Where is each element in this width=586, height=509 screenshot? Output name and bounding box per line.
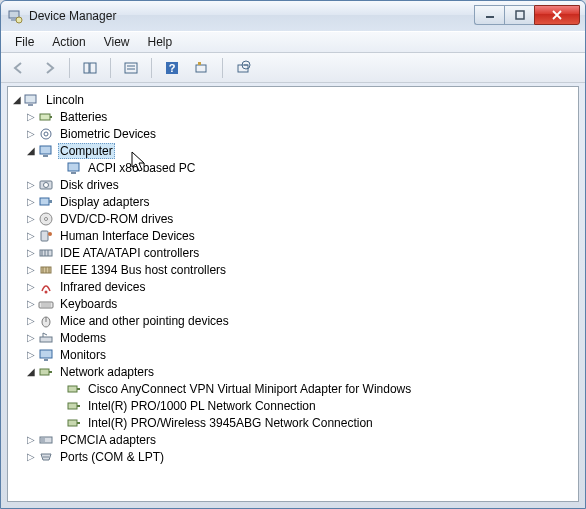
menu-view[interactable]: View [96,33,138,51]
tree-label: Infrared devices [58,279,147,295]
svg-point-20 [41,129,51,139]
collapse-arrow-icon[interactable]: ▷ [24,349,38,360]
svg-rect-52 [49,371,52,373]
window-controls [474,5,580,25]
tree-item-hid[interactable]: ▷ Human Interface Devices [10,227,576,244]
svg-rect-23 [43,155,48,157]
tree-item-display[interactable]: ▷ Display adapters [10,193,576,210]
collapse-arrow-icon[interactable]: ▷ [24,451,38,462]
svg-point-62 [45,456,47,458]
ports-icon [38,449,54,465]
help-button[interactable]: ? [160,56,184,80]
toolbar: ? [1,53,585,83]
close-button[interactable] [534,5,580,25]
tree-item-computer[interactable]: ◢ Computer [10,142,576,159]
svg-rect-24 [68,163,79,171]
tree-item-network[interactable]: ◢ Network adapters [10,363,576,380]
titlebar[interactable]: Device Manager [1,1,585,31]
menu-help[interactable]: Help [140,33,181,51]
svg-point-31 [45,217,48,220]
back-button[interactable] [7,56,31,80]
tree-label: DVD/CD-ROM drives [58,211,175,227]
tree-item-keyboards[interactable]: ▷ Keyboards [10,295,576,312]
show-hide-tree-button[interactable] [78,56,102,80]
pcmcia-icon [38,432,54,448]
tree-item-infrared[interactable]: ▷ Infrared devices [10,278,576,295]
expand-arrow-icon[interactable]: ◢ [10,94,24,105]
scan-hardware-button[interactable] [190,56,214,80]
svg-rect-54 [77,388,80,390]
computer-icon [66,160,82,176]
expand-arrow-icon[interactable]: ◢ [24,145,38,156]
tree-item-dvd[interactable]: ▷ DVD/CD-ROM drives [10,210,576,227]
tree-item-mice[interactable]: ▷ Mice and other pointing devices [10,312,576,329]
tree-root[interactable]: ◢ Lincoln [10,91,576,108]
svg-rect-32 [41,231,48,241]
app-icon [7,8,23,24]
collapse-arrow-icon[interactable]: ▷ [24,315,38,326]
collapse-arrow-icon[interactable]: ▷ [24,298,38,309]
collapse-arrow-icon[interactable]: ▷ [24,332,38,343]
tree-item-pcmcia[interactable]: ▷ PCMCIA adapters [10,431,576,448]
svg-rect-29 [49,200,52,203]
tree-label: ACPI x86-based PC [86,160,197,176]
svg-rect-43 [39,302,53,308]
device-manager-window: Device Manager File Action View Help ? ◢ [0,0,586,509]
collapse-arrow-icon[interactable]: ▷ [24,230,38,241]
properties-button[interactable] [119,56,143,80]
svg-rect-53 [68,386,77,392]
tree-item-intel-pro1000[interactable]: ▷ Intel(R) PRO/1000 PL Network Connectio… [10,397,576,414]
uninstall-button[interactable] [231,56,255,80]
svg-rect-60 [41,438,45,442]
collapse-arrow-icon[interactable]: ▷ [24,179,38,190]
tree-item-cisco-vpn[interactable]: ▷ Cisco AnyConnect VPN Virtual Miniport … [10,380,576,397]
collapse-arrow-icon[interactable]: ▷ [24,264,38,275]
menu-file[interactable]: File [7,33,42,51]
tree-label: Modems [58,330,108,346]
collapse-arrow-icon[interactable]: ▷ [24,247,38,258]
maximize-button[interactable] [504,5,534,25]
tree-label: Disk drives [58,177,121,193]
svg-rect-3 [486,16,494,18]
mouse-icon [38,313,54,329]
menu-action[interactable]: Action [44,33,93,51]
content-area: ◢ Lincoln ▷ Batteries ▷ Biometric Device… [7,86,579,502]
tree-item-biometric[interactable]: ▷ Biometric Devices [10,125,576,142]
svg-rect-12 [196,65,206,72]
expand-arrow-icon[interactable]: ◢ [24,366,38,377]
tree-item-ports[interactable]: ▷ Ports (COM & LPT) [10,448,576,465]
tree-label: Keyboards [58,296,119,312]
minimize-button[interactable] [474,5,504,25]
keyboard-icon [38,296,54,312]
tree-item-ieee1394[interactable]: ▷ IEEE 1394 Bus host controllers [10,261,576,278]
svg-rect-18 [40,114,50,120]
tree-item-monitors[interactable]: ▷ Monitors [10,346,576,363]
svg-rect-19 [50,116,52,118]
svg-rect-16 [25,95,36,103]
tree-item-disk[interactable]: ▷ Disk drives [10,176,576,193]
svg-rect-17 [28,104,33,106]
battery-icon [38,109,54,125]
biometric-icon [38,126,54,142]
collapse-arrow-icon[interactable]: ▷ [24,111,38,122]
tree-label: Batteries [58,109,109,125]
device-tree[interactable]: ◢ Lincoln ▷ Batteries ▷ Biometric Device… [8,87,578,501]
svg-rect-50 [44,359,48,361]
tree-item-batteries[interactable]: ▷ Batteries [10,108,576,125]
menubar: File Action View Help [1,31,585,53]
collapse-arrow-icon[interactable]: ▷ [24,281,38,292]
tree-item-ide[interactable]: ▷ IDE ATA/ATAPI controllers [10,244,576,261]
collapse-arrow-icon[interactable]: ▷ [24,434,38,445]
svg-rect-5 [84,63,89,73]
tree-item-modems[interactable]: ▷ Modems [10,329,576,346]
infrared-icon [38,279,54,295]
collapse-arrow-icon[interactable]: ▷ [24,196,38,207]
collapse-arrow-icon[interactable]: ▷ [24,213,38,224]
svg-rect-51 [40,369,49,375]
svg-rect-13 [198,62,201,65]
tree-item-acpi-pc[interactable]: ▷ ACPI x86-based PC [10,159,576,176]
network-adapter-icon [66,398,82,414]
forward-button[interactable] [37,56,61,80]
collapse-arrow-icon[interactable]: ▷ [24,128,38,139]
tree-item-intel-wireless[interactable]: ▷ Intel(R) PRO/Wireless 3945ABG Network … [10,414,576,431]
